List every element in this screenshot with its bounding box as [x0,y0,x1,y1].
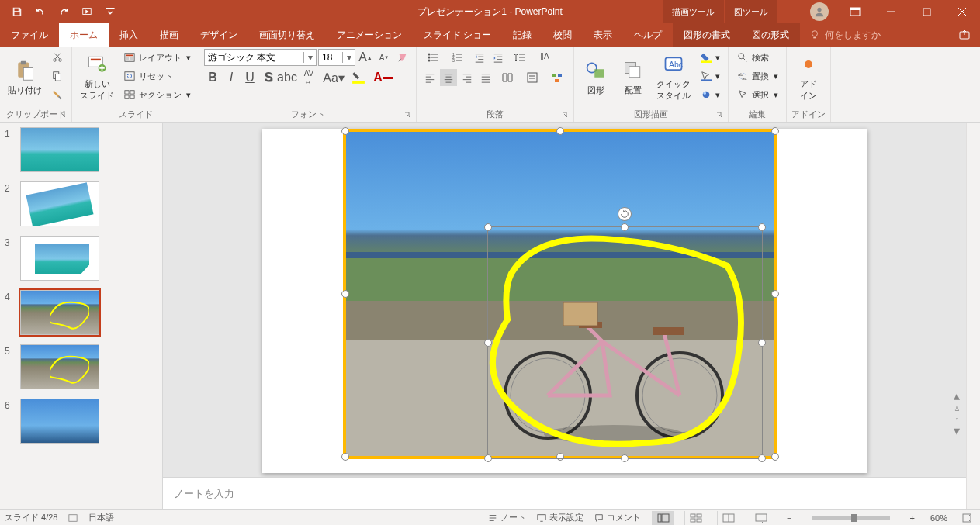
undo-icon[interactable] [29,1,51,22]
thumbnail-6[interactable] [20,399,99,444]
clipboard-launcher-icon[interactable] [59,111,68,120]
new-slide-button[interactable]: 新しい スライド [77,49,117,105]
font-size-combo[interactable]: 18▾ [318,49,355,66]
replace-button[interactable]: abac置換▾ [733,67,781,85]
tab-insert[interactable]: 挿入 [109,23,149,47]
tab-transitions[interactable]: 画面切り替え [248,23,326,47]
bullets-icon[interactable] [421,49,445,66]
shape-outline-button[interactable]: ▾ [697,67,723,85]
next-slide-icon[interactable]: ⩡ [954,414,964,422]
section-button[interactable]: セクション▾ [120,86,194,103]
bold-icon[interactable]: B [204,69,221,86]
numbering-icon[interactable]: 123 [446,49,469,66]
thumbnail-4[interactable] [20,290,99,335]
reset-button[interactable]: リセット [120,67,194,85]
italic-icon[interactable]: I [223,69,240,86]
notes-pane[interactable]: ノートを入力 [163,477,966,509]
slide-thumbnails-panel[interactable]: 1 2 3 4 5 6 [0,123,163,509]
slideshow-view-icon[interactable] [750,511,771,525]
tab-animations[interactable]: アニメーション [326,23,413,47]
tab-record[interactable]: 記録 [502,23,542,47]
line-spacing-icon[interactable] [508,49,532,66]
drawing-launcher-icon[interactable] [715,111,725,120]
next-slide-icon-2[interactable]: ▾ [954,423,964,438]
decrease-font-icon[interactable]: A▼ [376,49,393,66]
thumbnail-3[interactable] [20,236,99,281]
display-settings-button[interactable]: 表示設定 [537,512,583,523]
thumb-row-3[interactable]: 3 [0,231,162,285]
increase-font-icon[interactable]: A▲ [357,49,374,66]
tab-draw[interactable]: 描画 [149,23,189,47]
quick-styles-button[interactable]: Abcクイック スタイル [653,49,694,105]
thumb-row-5[interactable]: 5 [0,340,162,394]
thumb-row-6[interactable]: 6 [0,394,162,448]
justify-icon[interactable] [477,69,494,86]
redo-icon[interactable] [53,1,74,22]
shape-effects-button[interactable]: ▾ [697,86,723,103]
tab-picture-format[interactable]: 図の形式 [741,23,800,47]
find-button[interactable]: 検索 [733,49,781,66]
clear-formatting-icon[interactable] [394,49,411,66]
highlight-icon[interactable] [347,69,370,86]
language-indicator[interactable]: 日本語 [88,512,114,523]
slide-counter[interactable]: スライド 4/28 [5,512,57,523]
thumb-row-2[interactable]: 2 [0,177,162,231]
tellme-search[interactable]: 何をしますか [800,23,890,47]
shadow-icon[interactable]: S [260,69,277,86]
share-button[interactable] [949,23,980,47]
scribble-shape[interactable] [487,226,763,459]
thumbnail-5[interactable] [20,344,99,389]
paragraph-launcher-icon[interactable] [561,111,570,120]
tab-shape-format[interactable]: 図形の書式 [673,23,741,47]
slide-sorter-view-icon[interactable] [684,511,706,525]
font-launcher-icon[interactable] [403,111,413,120]
copy-button[interactable] [48,67,67,85]
decrease-indent-icon[interactable] [471,49,488,66]
zoom-slider[interactable] [812,516,890,520]
tab-help[interactable]: ヘルプ [623,23,673,47]
vertical-scrollbar[interactable] [966,123,980,509]
shape-fill-button[interactable]: ▾ [697,49,723,66]
zoom-in-button[interactable]: + [906,513,919,523]
increase-indent-icon[interactable] [490,49,507,66]
minimize-button[interactable] [873,0,909,23]
format-painter-button[interactable] [48,86,67,103]
addins-button[interactable]: アド イン [791,49,826,105]
thumb-row-1[interactable]: 1 [0,123,162,177]
maximize-button[interactable] [909,0,944,23]
rotate-handle[interactable] [618,207,632,221]
slide-stage[interactable] [262,129,867,473]
prev-slide-icon-2[interactable]: ⩟ [954,405,964,413]
char-spacing-icon[interactable]: AV↔ [297,69,320,86]
smartart-convert-icon[interactable] [545,69,569,86]
text-direction-icon[interactable]: ‖A [533,49,556,66]
select-button[interactable]: 選択▾ [733,86,781,103]
cut-button[interactable] [48,49,67,66]
start-slideshow-icon[interactable] [76,1,98,22]
canvas-scroll[interactable]: ▴ ⩟ ⩡ ▾ [163,123,966,477]
align-right-icon[interactable] [459,69,476,86]
tab-view[interactable]: 表示 [583,23,623,47]
align-text-vertical-icon[interactable] [521,69,544,86]
qat-customize-icon[interactable] [99,1,121,22]
columns-icon[interactable] [496,69,519,86]
change-case-icon[interactable]: Aa▾ [322,69,345,86]
reading-view-icon[interactable] [717,511,739,525]
paste-button[interactable]: 貼り付け [5,49,45,105]
fit-to-window-icon[interactable] [958,513,975,523]
ribbon-display-options-icon[interactable] [837,0,873,23]
align-center-icon[interactable] [440,69,457,86]
account-avatar[interactable] [802,0,837,23]
notes-toggle[interactable]: ノート [488,512,526,523]
align-left-icon[interactable] [421,69,438,86]
save-icon[interactable] [6,1,28,22]
shapes-button[interactable]: 図形 [579,49,613,105]
strikethrough-icon[interactable]: abc [279,69,296,86]
tab-file[interactable]: ファイル [0,23,59,47]
prev-slide-icon[interactable]: ▴ [954,389,964,403]
thumbnail-2[interactable] [20,181,99,226]
tab-design[interactable]: デザイン [189,23,248,47]
tab-review[interactable]: 校閲 [542,23,583,47]
accessibility-icon[interactable] [68,513,78,523]
underline-icon[interactable]: U [241,69,258,86]
